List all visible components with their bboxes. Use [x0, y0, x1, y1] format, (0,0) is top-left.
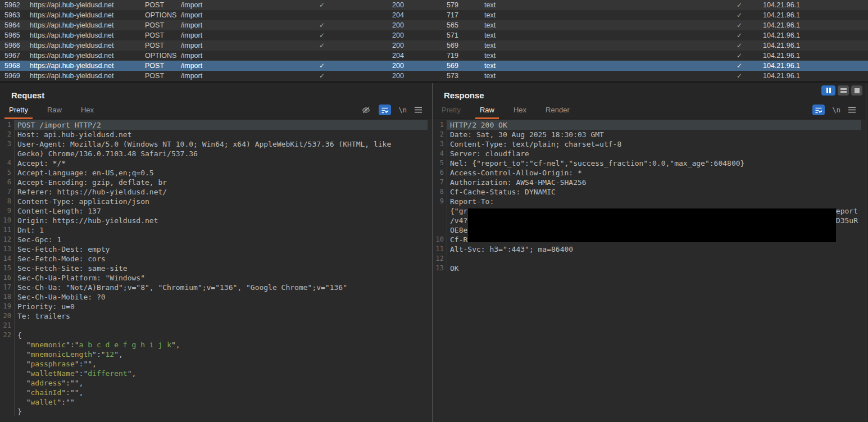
editor-line[interactable]: /v4?D35uR: [433, 216, 861, 225]
tab-response-hex[interactable]: Hex: [512, 101, 528, 119]
history-row[interactable]: 5964https://api.hub-yieldusd.netPOST/imp…: [0, 20, 868, 30]
editor-line[interactable]: Gecko) Chrome/136.0.7103.48 Safari/537.3…: [0, 149, 428, 158]
word-wrap-icon[interactable]: [812, 105, 825, 115]
menu-icon[interactable]: [848, 107, 856, 113]
editor-line[interactable]: "mnemonic":"a b c d e f g h i j k",: [0, 340, 428, 350]
line-content[interactable]: Authorization: AWS4-HMAC-SHA256: [447, 178, 861, 187]
editor-line[interactable]: 7Authorization: AWS4-HMAC-SHA256: [433, 178, 861, 187]
editor-line[interactable]: 4Server: cloudflare: [433, 149, 861, 158]
line-content[interactable]: Priority: u=0: [15, 302, 428, 311]
line-content[interactable]: "address":"",: [15, 378, 428, 388]
editor-line[interactable]: 20Te: trailers: [0, 311, 428, 321]
line-content[interactable]: {"gr: [447, 206, 861, 216]
line-content[interactable]: "mnemonicLength":"12",: [15, 350, 428, 359]
editor-line[interactable]: 6Accept-Encoding: gzip, deflate, br: [0, 178, 428, 187]
line-content[interactable]: Sec-Ch-Ua-Platform: "Windows": [15, 273, 428, 283]
editor-line[interactable]: "chainId":"",: [0, 388, 428, 397]
editor-line[interactable]: "mnemonicLength":"12",: [0, 350, 428, 359]
editor-line[interactable]: 5Nel: {"report_to":"cf-nel","success_fra…: [433, 158, 861, 168]
newline-icon[interactable]: \n: [399, 106, 407, 114]
history-row[interactable]: 5969https://api.hub-yieldusd.netPOST/imp…: [0, 71, 868, 81]
line-content[interactable]: Server: cloudflare: [447, 149, 861, 158]
line-content[interactable]: Host: api.hub-yieldusd.net: [15, 130, 428, 139]
line-content[interactable]: "chainId":"",: [15, 388, 428, 397]
line-content[interactable]: {: [15, 330, 428, 340]
editor-line[interactable]: 8Content-Type: application/json: [0, 197, 428, 206]
line-content[interactable]: Alt-Svc: h3=":443"; ma=86400: [447, 244, 861, 254]
line-content[interactable]: Content-Type: application/json: [15, 197, 428, 206]
editor-line[interactable]: 11Dnt: 1: [0, 225, 428, 235]
editor-line[interactable]: "wallet":"": [0, 397, 428, 407]
editor-line[interactable]: 9Content-Length: 137: [0, 206, 428, 216]
line-content[interactable]: Sec-Fetch-Mode: cors: [15, 254, 428, 264]
editor-line[interactable]: 21: [0, 321, 428, 330]
line-content[interactable]: Sec-Fetch-Dest: empty: [15, 244, 428, 254]
line-content[interactable]: Content-Length: 137: [15, 206, 428, 216]
editor-line[interactable]: 1POST /import HTTP/2: [0, 120, 428, 130]
hide-eye-icon[interactable]: [361, 106, 371, 115]
history-row[interactable]: 5968https://api.hub-yieldusd.netPOST/imp…: [0, 61, 868, 71]
line-content[interactable]: Sec-Ch-Ua: "Not/A)Brand";v="8", "Chromiu…: [15, 283, 428, 292]
editor-line[interactable]: 6Access-Control-Allow-Origin: *: [433, 168, 861, 178]
line-content[interactable]: "wallet":"": [15, 397, 428, 407]
line-content[interactable]: Origin: https://hub-yieldusd.net: [15, 216, 428, 225]
tab-response-raw[interactable]: Raw: [479, 101, 496, 119]
editor-line[interactable]: {"greport: [433, 206, 861, 216]
history-row[interactable]: 5965https://api.hub-yieldusd.netPOST/imp…: [0, 30, 868, 40]
tab-request-pretty[interactable]: Pretty: [8, 101, 29, 119]
editor-line[interactable]: "walletName":"different",: [0, 369, 428, 378]
word-wrap-icon[interactable]: [379, 105, 391, 115]
line-content[interactable]: Referer: https://hub-yieldusd.net/: [15, 187, 428, 197]
editor-line[interactable]: 7Referer: https://hub-yieldusd.net/: [0, 187, 428, 197]
newline-icon[interactable]: \n: [833, 106, 840, 114]
response-editor[interactable]: 1HTTP/2 200 OK2Date: Sat, 30 Aug 2025 18…: [433, 119, 866, 422]
line-content[interactable]: Sec-Fetch-Site: same-site: [15, 264, 428, 273]
line-content[interactable]: Access-Control-Allow-Origin: *: [447, 168, 861, 178]
editor-line[interactable]: 12: [433, 254, 861, 264]
tab-response-pretty[interactable]: Pretty: [440, 101, 462, 119]
editor-line[interactable]: OE8e: [433, 225, 861, 235]
line-content[interactable]: Accept-Encoding: gzip, deflate, br: [15, 178, 428, 187]
line-content[interactable]: "mnemonic":"a b c d e f g h i j k",: [15, 340, 428, 350]
editor-line[interactable]: 2Host: api.hub-yieldusd.net: [0, 130, 428, 139]
maximize-layout-button[interactable]: [851, 85, 862, 96]
line-content[interactable]: Content-Type: text/plain; charset=utf-8: [447, 139, 861, 149]
editor-line[interactable]: 8Cf-Cache-Status: DYNAMIC: [433, 187, 861, 197]
line-content[interactable]: Accept: */*: [15, 158, 428, 168]
editor-line[interactable]: 18Sec-Ch-Ua-Mobile: ?0: [0, 292, 428, 302]
line-content[interactable]: Report-To:: [447, 197, 861, 206]
history-row[interactable]: 5963https://api.hub-yieldusd.netOPTIONS/…: [0, 10, 868, 20]
line-content[interactable]: User-Agent: Mozilla/5.0 (Windows NT 10.0…: [15, 139, 428, 149]
line-content[interactable]: "walletName":"different",: [15, 369, 428, 378]
line-content[interactable]: [447, 254, 861, 264]
line-content[interactable]: /v4?: [447, 216, 861, 225]
line-content[interactable]: [15, 321, 428, 330]
editor-line[interactable]: 3User-Agent: Mozilla/5.0 (Windows NT 10.…: [0, 139, 428, 149]
line-content[interactable]: Accept-Language: en-US,en;q=0.5: [15, 168, 428, 178]
request-editor[interactable]: 1POST /import HTTP/22Host: api.hub-yield…: [0, 119, 432, 422]
editor-line[interactable]: 16Sec-Ch-Ua-Platform: "Windows": [0, 273, 428, 283]
editor-line[interactable]: 19Priority: u=0: [0, 302, 428, 311]
editor-line[interactable]: 4Accept: */*: [0, 158, 428, 168]
line-content[interactable]: Nel: {"report_to":"cf-nel","success_frac…: [447, 158, 861, 168]
rows-layout-button[interactable]: [838, 85, 849, 96]
history-row[interactable]: 5962https://api.hub-yieldusd.netPOST/imp…: [0, 0, 868, 10]
line-content[interactable]: Sec-Ch-Ua-Mobile: ?0: [15, 292, 428, 302]
editor-line[interactable]: 22{: [0, 330, 428, 340]
http-history-table[interactable]: 5962https://api.hub-yieldusd.netPOST/imp…: [0, 0, 868, 81]
editor-line[interactable]: 12Sec-Gpc: 1: [0, 235, 428, 244]
editor-line[interactable]: 15Sec-Fetch-Site: same-site: [0, 264, 428, 273]
columns-layout-button[interactable]: [821, 85, 835, 96]
history-row[interactable]: 5967https://api.hub-yieldusd.netOPTIONS/…: [0, 51, 868, 61]
editor-line[interactable]: 11Alt-Svc: h3=":443"; ma=86400: [433, 244, 861, 254]
editor-line[interactable]: }: [0, 407, 428, 416]
line-content[interactable]: }: [15, 407, 428, 416]
editor-line[interactable]: "address":"",: [0, 378, 428, 388]
line-content[interactable]: Te: trailers: [15, 311, 428, 321]
editor-line[interactable]: 5Accept-Language: en-US,en;q=0.5: [0, 168, 428, 178]
tab-response-render[interactable]: Render: [544, 101, 571, 119]
tab-request-hex[interactable]: Hex: [80, 101, 95, 119]
tab-request-raw[interactable]: Raw: [46, 101, 63, 119]
line-content[interactable]: Cf-R: [447, 235, 861, 244]
editor-line[interactable]: 2Date: Sat, 30 Aug 2025 18:30:03 GMT: [433, 130, 861, 139]
